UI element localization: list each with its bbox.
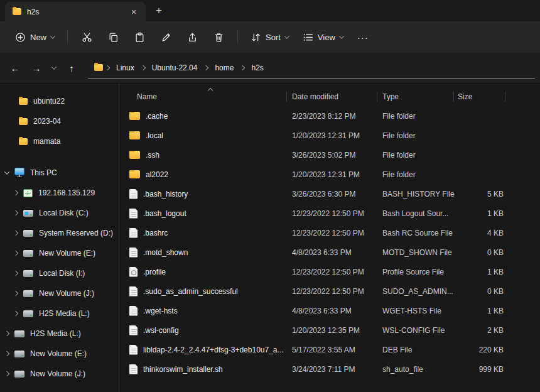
share-button[interactable] — [180, 26, 205, 48]
file-row[interactable]: .wsl-config 1/20/2023 12:35 PM WSL-CONFI… — [127, 320, 540, 340]
file-row[interactable]: al2022 1/20/2023 12:31 PM File folder — [127, 165, 540, 184]
column-header-name[interactable]: Name — [127, 92, 292, 101]
chevron-right-icon[interactable] — [4, 351, 9, 356]
sidebar-folder-item[interactable]: 2023-04 — [0, 111, 119, 131]
chevron-right-icon[interactable] — [13, 311, 18, 316]
column-header-date-modified[interactable]: Date modified — [292, 92, 382, 101]
sidebar-folder-item[interactable]: ubuntu22 — [0, 91, 119, 111]
file-row[interactable]: libldap-2.4-2_2.4.47+dfsg-3+deb10u7_a...… — [127, 340, 540, 359]
file-name-cell: .local — [127, 131, 292, 140]
sidebar-network-item[interactable]: New Volume (E:) — [0, 344, 119, 364]
cut-button[interactable] — [74, 26, 99, 48]
file-size: 1 KB — [456, 209, 504, 218]
file-name-cell: .bashrc — [127, 228, 292, 238]
file-icon — [129, 228, 138, 238]
breadcrumb-segment: home — [204, 61, 238, 75]
forward-button[interactable]: → — [26, 58, 46, 77]
chevron-right-icon[interactable] — [13, 271, 18, 276]
sidebar-drive-item[interactable]: Local Disk (I:) — [0, 263, 119, 283]
folder-icon — [94, 64, 103, 71]
sidebar-network-item[interactable]: H2S Media (L:) — [0, 324, 119, 344]
sidebar: ubuntu22 2023-04 mamata This PC 192.168.… — [0, 84, 119, 392]
file-row[interactable]: .bashrc 12/23/2022 12:50 PM Bash RC Sour… — [127, 223, 540, 242]
breadcrumb-item[interactable]: h2s — [247, 61, 267, 75]
file-row[interactable]: .local 1/20/2023 12:31 PM File folder — [127, 126, 540, 145]
file-icon — [129, 248, 138, 258]
column-header-size[interactable]: Size — [456, 92, 504, 101]
file-icon — [129, 325, 138, 335]
chevron-right-icon[interactable] — [13, 210, 18, 215]
file-date-modified: 2/23/2023 8:12 PM — [292, 112, 382, 121]
file-row[interactable]: .ssh 3/26/2023 5:02 PM File folder — [127, 145, 540, 165]
file-name-cell: .profile — [127, 267, 292, 277]
column-divider[interactable] — [505, 92, 505, 102]
view-button[interactable]: View — [296, 26, 350, 48]
sidebar-drive-item[interactable]: New Volume (E:) — [0, 243, 119, 263]
file-date-modified: 12/23/2022 12:50 PM — [292, 229, 382, 237]
tab-close-button[interactable]: × — [127, 5, 141, 19]
file-row[interactable]: .sudo_as_admin_successful 12/23/2022 12:… — [127, 281, 540, 301]
sidebar-drive-item[interactable]: 192.168.135.129 — [0, 183, 119, 203]
sidebar-drive-item[interactable]: H2S Media (L:) — [0, 303, 119, 324]
os-drive-icon — [23, 210, 33, 217]
file-row[interactable]: .motd_shown 4/8/2023 6:33 PM MOTD_SHOWN … — [127, 242, 540, 262]
column-divider[interactable] — [286, 92, 287, 102]
file-row[interactable]: .wget-hsts 4/8/2023 6:33 PM WGET-HSTS Fi… — [127, 301, 540, 320]
explorer-tab[interactable]: h2s × — [5, 2, 146, 21]
drive-icon — [23, 230, 33, 237]
chevron-right-icon[interactable] — [4, 331, 9, 336]
chevron-right-icon[interactable] — [13, 291, 18, 296]
breadcrumb-item[interactable]: home — [210, 61, 238, 75]
see-more-button[interactable]: ··· — [351, 26, 374, 48]
delete-button[interactable] — [206, 26, 231, 48]
file-name-cell: .motd_shown — [127, 248, 292, 258]
address-bar[interactable]: Linux Ubuntu-22.04 home h2s — [88, 57, 535, 79]
chevron-right-icon[interactable] — [4, 371, 9, 376]
paste-button[interactable] — [127, 26, 152, 48]
file-name-cell: libldap-2.4-2_2.4.47+dfsg-3+deb10u7_a... — [127, 345, 292, 355]
breadcrumb-item[interactable]: Ubuntu-22.04 — [148, 61, 202, 75]
file-icon — [129, 306, 138, 316]
file-name: libldap-2.4-2_2.4.47+dfsg-3+deb10u7_a... — [143, 346, 284, 354]
back-button[interactable]: ← — [5, 58, 25, 77]
file-row[interactable]: .profile 12/23/2022 12:50 PM Profile Sou… — [127, 262, 540, 281]
column-divider[interactable] — [453, 92, 454, 102]
file-name: .bash_logout — [143, 209, 186, 218]
sidebar-drive-item[interactable]: New Volume (J:) — [0, 283, 119, 303]
rename-button[interactable] — [153, 26, 178, 48]
copy-button[interactable] — [100, 26, 126, 48]
file-name: .local — [146, 131, 163, 140]
file-row[interactable]: .cache 2/23/2023 8:12 PM File folder — [127, 106, 540, 126]
breadcrumb-item[interactable]: Linux — [112, 61, 139, 75]
file-size: 0 KB — [456, 287, 504, 296]
sidebar-item-label: ubuntu22 — [33, 97, 65, 106]
chevron-right-icon[interactable] — [13, 190, 18, 195]
sidebar-item-label: System Reserved (D:) — [39, 229, 113, 237]
file-row[interactable]: .bash_history 3/26/2023 6:30 PM BASH_HIS… — [127, 184, 540, 204]
folder-icon — [13, 8, 21, 15]
file-date-modified: 1/20/2023 12:35 PM — [292, 326, 382, 335]
chevron-right-icon[interactable] — [13, 251, 18, 256]
file-date-modified: 3/24/2023 7:11 PM — [292, 365, 382, 374]
sidebar-drive-item[interactable]: System Reserved (D:) — [0, 223, 119, 243]
new-button[interactable]: New — [9, 26, 61, 48]
file-row[interactable]: thinkorswim_installer.sh 3/24/2023 7:11 … — [127, 359, 540, 379]
sidebar-network-item[interactable]: New Volume (J:) — [0, 364, 119, 384]
sidebar-item-label: New Volume (J:) — [39, 289, 94, 298]
recent-locations-button[interactable] — [48, 58, 60, 77]
up-button[interactable]: ↑ — [62, 58, 82, 77]
file-date-modified: 12/23/2022 12:50 PM — [292, 209, 382, 218]
file-row[interactable]: .bash_logout 12/23/2022 12:50 PM Bash Lo… — [127, 204, 540, 223]
file-date-modified: 3/26/2023 6:30 PM — [292, 190, 382, 199]
sidebar-folder-item[interactable]: mamata — [0, 131, 119, 151]
column-header-type[interactable]: Type — [382, 92, 456, 101]
sidebar-drive-item[interactable]: Local Disk (C:) — [0, 203, 119, 223]
column-divider[interactable] — [377, 92, 377, 102]
chevron-down-icon[interactable] — [4, 169, 9, 174]
sidebar-item-this-pc[interactable]: This PC — [0, 163, 119, 183]
file-icon — [129, 189, 138, 199]
chevron-right-icon[interactable] — [13, 231, 18, 236]
file-name: .profile — [143, 268, 166, 276]
new-tab-button[interactable]: + — [149, 3, 168, 19]
sort-button[interactable]: Sort — [244, 26, 295, 48]
